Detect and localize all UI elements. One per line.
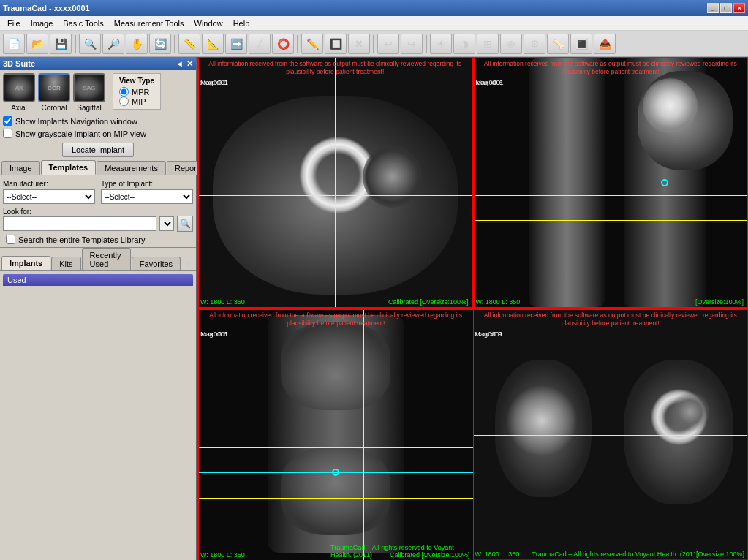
toolbar-rotate[interactable]: 🔄 (149, 34, 171, 54)
mag-br-2: Mag x0.9 (475, 330, 502, 338)
minimize-button[interactable]: _ (707, 3, 719, 13)
axial-view-button[interactable]: AX Axial (3, 73, 35, 112)
panel-title-bar: 3D Suite ◄ ✕ (0, 57, 196, 70)
toolbar-delete[interactable]: ✖ (348, 34, 370, 54)
copy-br: TraumaCad – All rights reserved to Voyan… (532, 550, 699, 558)
mpr-radio-row: MPR (119, 87, 154, 97)
look-for-input[interactable] (3, 216, 156, 231)
left-panel: 3D Suite ◄ ✕ AX Axial COR Corona (0, 57, 197, 560)
main-tabs-row: Image Templates Measurements Report ▼ (0, 160, 196, 175)
toolbar-new[interactable]: 📄 (3, 34, 25, 54)
manufacturer-group: Manufacturer: --Select-- (3, 180, 95, 204)
mag-tr-2: Mag x0.6 (476, 79, 503, 86)
toolbar-zoom-out[interactable]: 🔎 (102, 34, 124, 54)
toolbar-contrast[interactable]: ◑ (453, 34, 475, 54)
toolbar-export[interactable]: 📤 (594, 34, 616, 54)
menu-bar: File Image Basic Tools Measurement Tools… (0, 16, 748, 31)
image-area: All information received from the softwa… (197, 57, 748, 560)
coronal-view-button[interactable]: COR Coronal (38, 73, 70, 112)
search-button[interactable]: 🔍 (177, 216, 193, 232)
implant-type-select[interactable]: --Select-- (101, 189, 193, 204)
panel-dock-button[interactable]: ◄ (175, 59, 184, 69)
imp-tab-kits[interactable]: Kits (51, 257, 80, 270)
mip-label: MIP (132, 97, 146, 106)
implants-tabs-overflow[interactable]: ▼ (181, 258, 194, 270)
locate-implant-button[interactable]: Locate Implant (62, 143, 134, 157)
look-for-label: Look for: (3, 208, 31, 216)
sagittal-label: Sagittal (77, 104, 101, 112)
show-grayscale-row: Show grayscale implant on MIP view (0, 127, 196, 140)
tab-image[interactable]: Image (1, 161, 40, 175)
menu-window[interactable]: Window (190, 18, 227, 29)
implant-type-label: Type of Implant: (101, 180, 193, 188)
quadrant-top-right[interactable]: All information received from the softwa… (473, 57, 749, 309)
toolbar-line[interactable]: ╱ (249, 34, 271, 54)
toolbar-pan[interactable]: ✋ (126, 34, 148, 54)
toolbar-ellipse[interactable]: ⭕ (272, 34, 294, 54)
copy-bl: TraumaCad – All rights reserved to Voyan… (330, 544, 473, 559)
implants-tabs-row: Implants Kits Recently Used Favorites ▼ (0, 247, 196, 271)
toolbar-crosshair[interactable]: ⊕ (500, 34, 522, 54)
menu-file[interactable]: File (3, 18, 25, 29)
menu-help[interactable]: Help (229, 18, 254, 29)
toolbar-window-level[interactable]: ☀ (430, 34, 452, 54)
toolbar-implant[interactable]: 🦴 (547, 34, 569, 54)
search-entire-label: Search the entire Templates Library (18, 235, 145, 244)
tab-templates[interactable]: Templates (41, 160, 97, 175)
implant-type-group: Type of Implant: --Select-- (101, 180, 193, 204)
search-entire-checkbox[interactable] (6, 235, 15, 244)
quadrant-bottom-left[interactable]: All information received from the softwa… (197, 309, 473, 560)
form-section: Manufacturer: --Select-- Type of Implant… (0, 175, 196, 247)
toolbar-measure[interactable]: 📏 (178, 34, 200, 54)
show-implants-row: Show Implants Navigation window (0, 115, 196, 127)
look-for-label-row: Look for: (3, 207, 193, 216)
look-for-dropdown[interactable] (159, 216, 174, 231)
manufacturer-label: Manufacturer: (3, 180, 95, 188)
imp-tab-implants[interactable]: Implants (1, 256, 50, 270)
menu-basic-tools[interactable]: Basic Tools (58, 18, 107, 29)
menu-measurement-tools[interactable]: Measurement Tools (110, 18, 189, 29)
title-bar: TraumaCad - xxxx0001 _ □ ✕ (0, 0, 748, 16)
toolbar-arrow[interactable]: ➡️ (225, 34, 247, 54)
maximize-button[interactable]: □ (720, 3, 732, 13)
toolbar-angle[interactable]: 📐 (202, 34, 224, 54)
tab-measurements[interactable]: Measurements (97, 161, 166, 175)
mip-radio[interactable] (119, 97, 129, 106)
menu-image[interactable]: Image (26, 18, 58, 29)
toolbar-3d[interactable]: 🔳 (570, 34, 592, 54)
imp-tab-favorites[interactable]: Favorites (132, 257, 181, 270)
crosshair-v-tr (611, 58, 611, 307)
app-title: TraumaCad - xxxx0001 (3, 4, 90, 12)
sagittal-view-button[interactable]: SAG Sagittal (73, 73, 105, 112)
view-type-label: View Type (119, 77, 154, 85)
manufacturer-type-row: Manufacturer: --Select-- Type of Implant… (3, 180, 193, 204)
toolbar-settings[interactable]: ⚙ (524, 34, 545, 54)
toolbar-open[interactable]: 📂 (26, 34, 48, 54)
mpr-radio[interactable] (119, 87, 129, 97)
quadrant-bottom-right[interactable]: All information received from the softwa… (473, 309, 749, 560)
toolbar-separator-2 (174, 35, 175, 53)
toolbar-separator-1 (75, 35, 76, 53)
show-grayscale-checkbox[interactable] (3, 129, 12, 138)
panel-close-button[interactable]: ✕ (186, 59, 193, 69)
toolbar-save[interactable]: 💾 (50, 34, 72, 54)
axial-label: Axial (11, 104, 27, 112)
show-implants-checkbox[interactable] (3, 116, 12, 126)
crosshair-h-tr (475, 220, 747, 221)
toolbar-erase[interactable]: 🔲 (325, 34, 347, 54)
toolbar-zoom-in[interactable]: 🔍 (79, 34, 101, 54)
quadrant-top-left[interactable]: All information received from the softwa… (197, 57, 473, 309)
manufacturer-select[interactable]: --Select-- (3, 189, 95, 204)
crosshair-h-tr2 (475, 195, 747, 196)
toolbar-redo[interactable]: ↪ (401, 34, 423, 54)
toolbar-separator-3 (297, 35, 298, 53)
toolbar-undo[interactable]: ↩ (377, 34, 399, 54)
panel-title: 3D Suite (3, 59, 35, 68)
mag-bl-2: Mag x0.6 (200, 330, 227, 338)
toolbar-grid[interactable]: ⊞ (477, 34, 499, 54)
toolbar-pencil[interactable]: ✏️ (301, 34, 323, 54)
close-button[interactable]: ✕ (733, 3, 745, 13)
imp-tab-recently-used[interactable]: Recently Used (82, 248, 131, 270)
view-type-area: AX Axial COR Coronal SAG Sagittal (0, 70, 196, 115)
show-implants-label: Show Implants Navigation window (15, 117, 137, 126)
